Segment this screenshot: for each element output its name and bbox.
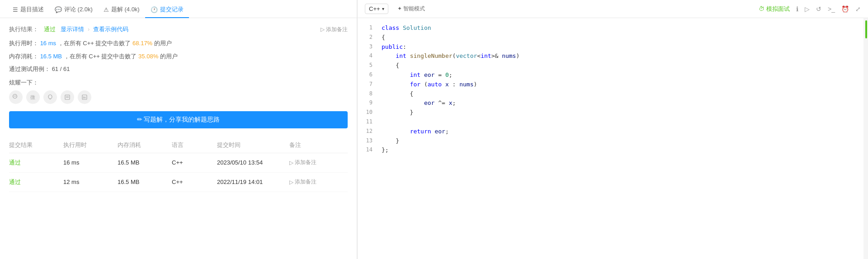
code-content[interactable]: class Solution{public: int singleNumber(… [378,18,863,259]
table-row: 通过 12 ms 16.5 MB C++ 2022/11/19 14:01 ▷ … [9,173,348,192]
row1-time: 12 ms [63,179,118,185]
add-note-button[interactable]: ▷ 添加备注 [321,26,348,33]
linkedin-icon[interactable]: in [78,90,91,104]
chevron-down-icon: ▾ [382,6,384,11]
code-area: 1234567891011121314 class Solution{publi… [358,18,868,259]
tab-comments[interactable]: 💬 评论 (2.0k) [49,2,98,18]
code-line: { [382,33,863,42]
row0-submit-time: 2023/05/10 13:54 [217,159,289,166]
svg-point-0 [13,94,17,98]
svg-rect-5 [49,99,51,99]
row0-note[interactable]: ▷ 添加备注 [289,159,344,166]
code-line: { [382,61,863,71]
line-number: 13 [358,137,373,146]
col-header-time: 执行用时 [63,141,118,149]
social-icons: 微 in [9,90,348,104]
col-header-memory: 内存消耗 [118,141,172,149]
line-number: 10 [358,108,373,118]
line-number: 9 [358,99,373,108]
line-number: 4 [358,52,373,61]
row0-lang: C++ [172,159,217,166]
svg-point-2 [15,95,16,96]
language-selector[interactable]: C++ ▾ [365,4,388,14]
row1-note[interactable]: ▷ 添加备注 [289,178,344,186]
info-icon[interactable]: ℹ [796,5,798,13]
row0-status[interactable]: 通过 [9,159,63,167]
tab-submissions[interactable]: 🕐 提交记录 [145,2,189,18]
editor-toolbar: C++ ▾ ✦ 智能模式 ⏱ 模拟面试 ℹ ▷ ↺ >_ ⏰ ⤢ [358,0,868,18]
scrollbar-thumb[interactable] [865,20,867,38]
line-number: 1 [358,24,373,33]
submissions-table: 提交结果 执行用时 内存消耗 语言 提交时间 备注 通过 16 ms 16.5 … [9,137,348,192]
col-header-submit-time: 提交时间 [217,141,289,149]
wechat-icon[interactable] [9,90,23,104]
row1-status[interactable]: 通过 [9,178,63,186]
left-panel: ☰ 题目描述 💬 评论 (2.0k) ⚠ 题解 (4.0k) 🕐 提交记录 执行… [0,0,357,259]
line-number: 5 [358,61,373,71]
line-number: 14 [358,146,373,155]
svg-point-4 [48,94,52,99]
code-line: return eor; [382,127,863,137]
test-cases-stat: 通过测试用例： 61 / 61 [9,65,348,73]
code-editor-panel: C++ ▾ ✦ 智能模式 ⏱ 模拟面试 ℹ ▷ ↺ >_ ⏰ ⤢ 1234567… [358,0,868,259]
code-line: eor ^= x; [382,99,863,108]
note-icon[interactable] [61,90,74,104]
write-solution-button[interactable]: ✏ 写题解，分享我的解题思路 [9,111,348,128]
tab-bar: ☰ 题目描述 💬 评论 (2.0k) ⚠ 题解 (4.0k) 🕐 提交记录 [0,0,357,18]
col-header-lang: 语言 [172,141,217,149]
view-code-link[interactable]: 查看示例代码 [93,26,128,33]
result-summary: 执行结果： 通过 显示详情 › 查看示例代码 [9,25,128,33]
svg-text:微: 微 [30,94,35,100]
svg-point-1 [14,95,15,96]
separator: › [88,26,90,33]
svg-text:in: in [83,96,86,99]
line-numbers: 1234567891011121314 [358,18,378,259]
weibo-icon[interactable]: 微 [26,90,40,104]
code-line [382,118,863,127]
solutions-icon: ⚠ [104,6,109,13]
tab-solutions[interactable]: ⚠ 题解 (4.0k) [98,2,145,18]
result-panel: 执行结果： 通过 显示详情 › 查看示例代码 ▷ 添加备注 执行用时： 16 m… [0,18,357,259]
tab-description[interactable]: ☰ 题目描述 [7,2,49,18]
line-number: 3 [358,42,373,52]
result-header: 执行结果： 通过 显示详情 › 查看示例代码 ▷ 添加备注 [9,25,348,33]
expand-icon[interactable]: ⤢ [855,5,861,13]
line-number: 8 [358,89,373,99]
smart-mode-button[interactable]: ✦ 智能模式 [397,5,425,13]
code-line: public: [382,42,863,52]
refresh-icon[interactable]: ↺ [816,5,821,13]
code-line: } [382,108,863,118]
row1-memory: 16.5 MB [118,179,172,185]
result-label: 执行结果： [9,26,38,33]
line-number: 6 [358,71,373,80]
submissions-icon: 🕐 [151,6,158,13]
share-label: 炫耀一下： [9,79,348,87]
code-line: int singleNumber(vector<int>& nums) [382,52,863,61]
flag-icon-row1: ▷ [289,179,293,185]
line-number: 11 [358,118,373,127]
time-stat: 执行用时： 16 ms ，在所有 C++ 提交中击败了 68.17% 的用户 [9,39,348,48]
toolbar-right: ⏱ 模拟面试 ℹ ▷ ↺ >_ ⏰ ⤢ [759,5,861,13]
terminal-icon[interactable]: >_ [828,5,835,13]
row1-lang: C++ [172,179,217,185]
memory-stat: 内存消耗： 16.5 MB ，在所有 C++ 提交中击败了 35.08% 的用户 [9,52,348,61]
line-number: 2 [358,33,373,42]
row0-time: 16 ms [63,159,118,166]
qq-icon[interactable] [43,90,57,104]
result-status: 通过 [44,26,56,33]
code-line: int eor = 0; [382,71,863,80]
play-icon[interactable]: ▷ [805,5,810,13]
flag-icon-row0: ▷ [289,160,293,166]
code-line: for (auto x : nums) [382,80,863,89]
row1-submit-time: 2022/11/19 14:01 [217,179,289,185]
code-line: { [382,89,863,99]
table-row: 通过 16 ms 16.5 MB C++ 2023/05/10 13:54 ▷ … [9,153,348,173]
mock-interview-button[interactable]: ⏱ 模拟面试 [759,5,790,13]
comment-icon: 💬 [55,6,62,13]
col-header-note: 备注 [289,141,344,149]
clock-icon[interactable]: ⏰ [841,5,849,13]
show-detail-link[interactable]: 显示详情 [61,26,84,33]
flag-icon: ▷ [321,26,325,33]
description-icon: ☰ [13,6,18,13]
scrollbar-area[interactable] [863,18,868,259]
